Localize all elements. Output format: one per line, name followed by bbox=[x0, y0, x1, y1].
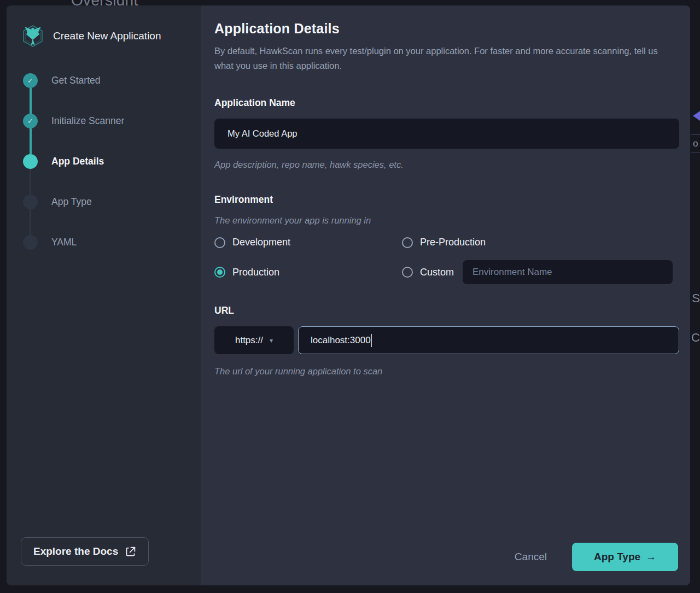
step-label: YAML bbox=[51, 237, 77, 248]
environment-name-input[interactable] bbox=[463, 260, 673, 284]
backdrop-fragment-s: S bbox=[692, 291, 700, 306]
environment-options: Development Pre-Production Production Cu… bbox=[214, 237, 679, 284]
text-cursor bbox=[371, 334, 372, 347]
step-label: App Details bbox=[51, 156, 104, 167]
hawk-logo-icon bbox=[21, 24, 45, 48]
custom-environment-cell: Custom bbox=[402, 260, 679, 284]
arrow-right-icon: → bbox=[646, 551, 656, 563]
protocol-select[interactable]: https:// ▾ bbox=[214, 326, 294, 354]
radio-production[interactable]: Production bbox=[214, 267, 402, 278]
radio-circle-selected bbox=[214, 267, 225, 278]
application-name-helper: App description, repo name, hawk species… bbox=[214, 160, 679, 170]
step-yaml[interactable]: YAML bbox=[23, 235, 187, 250]
step-initialize-scanner[interactable]: ✓ Initialize Scanner bbox=[23, 114, 187, 128]
url-row: https:// ▾ localhost:3000 bbox=[214, 326, 679, 354]
url-value: localhost:3000 bbox=[311, 335, 371, 346]
modal-title: Create New Application bbox=[53, 30, 161, 42]
page-description: By default, HawkScan runs every test/plu… bbox=[214, 44, 677, 73]
next-button-label: App Type bbox=[594, 551, 640, 563]
protocol-value: https:// bbox=[235, 335, 263, 346]
radio-pre-production[interactable]: Pre-Production bbox=[402, 237, 679, 248]
environment-helper: The environment your app is running in bbox=[214, 215, 679, 226]
page-title: Application Details bbox=[214, 21, 679, 37]
step-label: App Type bbox=[51, 196, 92, 208]
radio-label: Production bbox=[232, 267, 279, 278]
cancel-button[interactable]: Cancel bbox=[515, 551, 547, 563]
radio-circle bbox=[402, 237, 413, 248]
wizard-sidebar: Create New Application ✓ Get Started ✓ I… bbox=[7, 5, 201, 585]
backdrop-fragment-c: C bbox=[691, 331, 700, 345]
radio-circle bbox=[402, 267, 413, 278]
chevron-down-icon: ▾ bbox=[270, 337, 273, 344]
step-active-dot bbox=[23, 154, 38, 169]
step-pending-dot bbox=[23, 195, 38, 209]
step-done-icon: ✓ bbox=[23, 73, 38, 88]
step-get-started[interactable]: ✓ Get Started bbox=[23, 73, 187, 88]
step-pending-dot bbox=[23, 235, 38, 250]
docs-button-label: Explore the Docs bbox=[33, 545, 118, 557]
step-app-type[interactable]: App Type bbox=[23, 195, 187, 209]
check-icon: ✓ bbox=[27, 117, 33, 125]
url-label: URL bbox=[214, 305, 679, 316]
backdrop-triangle-icon bbox=[693, 111, 700, 121]
step-label: Get Started bbox=[51, 75, 101, 86]
explore-docs-button[interactable]: Explore the Docs bbox=[21, 537, 149, 566]
application-name-input[interactable] bbox=[214, 119, 679, 149]
url-helper: The url of your running application to s… bbox=[214, 366, 679, 377]
app-type-next-button[interactable]: App Type → bbox=[572, 543, 678, 571]
radio-label: Pre-Production bbox=[420, 237, 486, 248]
backdrop-fragment-box: o bbox=[691, 134, 700, 152]
step-app-details[interactable]: App Details bbox=[23, 154, 187, 169]
radio-development[interactable]: Development bbox=[214, 237, 402, 248]
step-done-icon: ✓ bbox=[23, 114, 38, 128]
check-icon: ✓ bbox=[27, 77, 33, 85]
radio-circle bbox=[214, 237, 225, 248]
app-details-panel: Application Details By default, HawkScan… bbox=[201, 5, 690, 585]
brand: Create New Application bbox=[21, 24, 187, 48]
step-label: Initialize Scanner bbox=[51, 115, 124, 127]
external-link-icon bbox=[125, 546, 136, 557]
application-name-label: Application Name bbox=[214, 97, 679, 109]
radio-label: Development bbox=[232, 237, 290, 248]
radio-label: Custom bbox=[420, 267, 454, 278]
wizard-stepper: ✓ Get Started ✓ Initialize Scanner App D… bbox=[23, 73, 187, 250]
create-application-modal: Create New Application ✓ Get Started ✓ I… bbox=[7, 5, 690, 585]
radio-custom[interactable]: Custom bbox=[402, 267, 454, 278]
url-input[interactable]: localhost:3000 bbox=[298, 326, 679, 354]
environment-label: Environment bbox=[214, 194, 679, 206]
modal-footer: Cancel App Type → bbox=[214, 543, 679, 571]
